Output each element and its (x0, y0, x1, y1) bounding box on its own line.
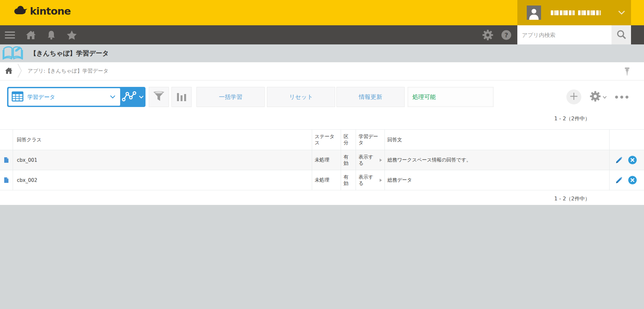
app-title-bar: 【きんちゃぼ】学習データ (0, 44, 644, 62)
batch-learn-button[interactable]: 一括学習 (196, 87, 265, 107)
record-list-area: 学習データ (0, 80, 644, 205)
hamburger-menu-icon[interactable] (5, 31, 15, 39)
funnel-icon (153, 91, 165, 103)
chevron-down-icon (110, 94, 116, 100)
search-input[interactable] (517, 25, 612, 44)
kintone-app: kintone (0, 0, 644, 309)
user-name-redacted (578, 10, 601, 15)
chevron-down-icon (618, 10, 625, 16)
cell-status: 未処理 (312, 150, 341, 170)
pagination-bottom: 1 - 2（2件中） (0, 196, 644, 202)
view-dropdown[interactable]: 学習データ (8, 88, 120, 106)
header-actions-column (610, 130, 644, 150)
cell-answer-text: 総務データ (385, 170, 610, 190)
more-options-button[interactable] (615, 96, 628, 99)
refresh-info-button[interactable]: 情報更新 (336, 87, 405, 107)
gear-icon (590, 91, 601, 103)
process-status-filter[interactable]: 処理可能 (408, 87, 494, 107)
breadcrumb-app-link[interactable]: アプリ:【きんちゃぼ】学習データ (28, 68, 108, 75)
graph-view-button[interactable] (120, 90, 145, 103)
record-table: 回答クラス ステータス 区分 学習データ 回答文 cbx_001 (0, 129, 644, 190)
help-icon[interactable]: ? (501, 30, 511, 42)
column-header-category[interactable]: 区分 (341, 130, 356, 150)
reset-button[interactable]: リセット (267, 87, 335, 107)
global-nav-bar: ? (0, 25, 644, 44)
view-selector: 学習データ (7, 87, 145, 107)
cell-answer-text: 総務ワークスペース情報の回答です。 (385, 150, 610, 170)
pin-icon[interactable] (624, 67, 630, 77)
graph-icon (122, 90, 137, 103)
cloud-logo-icon (14, 5, 27, 17)
search-button[interactable] (612, 25, 631, 44)
chevron-down-icon (603, 94, 607, 100)
breadcrumb: アプリ:【きんちゃぼ】学習データ (0, 62, 644, 80)
table-row: cbx_001 未処理 有効 表示する 総務ワークスペース情報の回答です。 (0, 150, 644, 170)
admin-gear-icon[interactable] (482, 30, 493, 42)
expand-triangle-icon (380, 159, 382, 162)
column-header-answer-text[interactable]: 回答文 (385, 130, 610, 150)
expand-label: 表示する (359, 174, 378, 186)
expand-label: 表示する (359, 154, 378, 166)
header-icon-column (0, 130, 13, 150)
delete-x-icon[interactable] (628, 156, 637, 164)
expand-learning-data[interactable]: 表示する (359, 174, 382, 186)
view-name: 学習データ (27, 93, 110, 101)
cell-category: 有効 (341, 170, 356, 190)
add-record-button[interactable] (566, 89, 581, 104)
cell-category: 有効 (341, 150, 356, 170)
cell-answer-class: cbx_002 (13, 170, 312, 190)
record-document-icon[interactable] (4, 177, 9, 183)
logo-wordmark: kintone (30, 5, 71, 17)
table-row: cbx_002 未処理 有効 表示する 総務データ (0, 170, 644, 190)
user-menu[interactable] (517, 0, 631, 25)
top-header-bar: kintone (0, 0, 644, 25)
kintone-logo[interactable]: kintone (14, 5, 71, 17)
cell-answer-class: cbx_001 (13, 150, 312, 170)
table-header-row: 回答クラス ステータス 区分 学習データ 回答文 (0, 130, 644, 150)
pagination-top: 1 - 2（2件中） (0, 115, 644, 122)
cell-status: 未処理 (312, 170, 341, 190)
expand-triangle-icon (380, 179, 382, 182)
breadcrumb-home-icon[interactable] (5, 67, 13, 76)
column-header-learning-data[interactable]: 学習データ (356, 130, 385, 150)
app-book-icon (3, 45, 23, 62)
app-settings-button[interactable] (590, 91, 607, 103)
user-name-redacted (551, 10, 575, 15)
app-title: 【きんちゃぼ】学習データ (30, 49, 109, 58)
column-header-answer-class[interactable]: 回答クラス (13, 130, 312, 150)
edit-pencil-icon[interactable] (615, 176, 623, 184)
chart-button[interactable] (171, 87, 192, 107)
favorites-star-icon[interactable] (67, 30, 77, 40)
search-icon (616, 30, 626, 40)
notifications-bell-icon[interactable] (47, 30, 56, 40)
bar-chart-icon (177, 93, 186, 101)
expand-learning-data[interactable]: 表示する (359, 154, 382, 166)
plus-icon (570, 92, 578, 102)
edit-pencil-icon[interactable] (615, 156, 623, 164)
home-icon[interactable] (26, 30, 36, 40)
record-document-icon[interactable] (4, 157, 9, 163)
chevron-down-icon (139, 94, 144, 100)
svg-text:?: ? (504, 31, 508, 39)
delete-x-icon[interactable] (628, 176, 637, 184)
column-header-status[interactable]: ステータス (312, 130, 341, 150)
view-toolbar: 学習データ (0, 87, 644, 107)
breadcrumb-separator-icon (17, 63, 22, 79)
table-view-icon (12, 91, 23, 103)
filter-button[interactable] (149, 87, 169, 107)
user-avatar (527, 6, 541, 20)
